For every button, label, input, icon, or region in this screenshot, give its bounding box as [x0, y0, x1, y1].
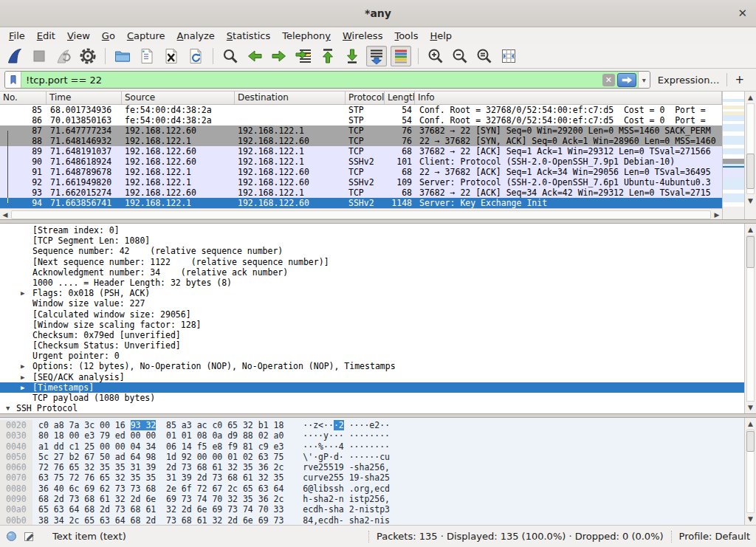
auto-scroll-button[interactable] — [366, 46, 387, 66]
find-packet-button[interactable] — [220, 46, 241, 66]
resize-columns-button[interactable] — [498, 46, 519, 66]
column-header-time[interactable]: Time — [47, 92, 122, 104]
expand-arrow-icon[interactable]: ▶ — [21, 382, 24, 393]
filter-history-caret-icon[interactable]: ▾ — [638, 72, 650, 88]
menu-item-telephony[interactable]: Telephony — [276, 29, 337, 43]
hex-row[interactable]: 00505c 27 b2 67 50 ad 64 98 1d 92 00 00 … — [0, 452, 744, 462]
detail-line[interactable]: ▶Flags: 0x018 (PSH, ACK) — [0, 288, 744, 298]
scroll-up-icon[interactable]: ▲ — [745, 92, 756, 103]
detail-line[interactable]: ▼SSH Protocol — [0, 403, 744, 413]
shark-fin-start-capture-button[interactable] — [4, 46, 25, 66]
packet-row[interactable]: 8568.001734936fe:54:00:d4:38:2aSTP54Conf… — [0, 105, 722, 115]
hex-row[interactable]: 0020c0 a8 7a 3c 00 16 93 32 85 a3 ac c0 … — [0, 420, 744, 430]
restart-capture-button[interactable] — [53, 46, 74, 66]
hex-row[interactable]: 007063 75 72 76 65 32 35 35 31 39 2d 73 … — [0, 472, 744, 483]
detail-line[interactable]: Checksum: 0x79ed [unverified] — [0, 330, 744, 340]
hex-row[interactable]: 00b038 34 2c 65 63 64 68 2d 73 68 61 32 … — [0, 515, 744, 525]
packet-row[interactable]: 9171.648789678192.168.122.1192.168.122.6… — [0, 167, 722, 177]
column-header-info[interactable]: Info — [415, 92, 722, 104]
packet-row[interactable]: 8670.013850163fe:54:00:d4:38:2aSTP54Conf… — [0, 115, 722, 125]
detail-line[interactable]: Window size value: 227 — [0, 298, 744, 309]
filter-apply-button[interactable] — [617, 73, 636, 87]
capture-comment-icon[interactable] — [24, 531, 35, 543]
menu-item-statistics[interactable]: Statistics — [221, 29, 276, 43]
detail-line[interactable]: Acknowledgment number: 34 (relative ack … — [0, 267, 744, 278]
column-header-length[interactable]: Length — [385, 92, 415, 104]
menu-item-edit[interactable]: Edit — [31, 29, 61, 43]
scroll-down-icon[interactable]: ▼ — [745, 513, 756, 525]
save-file-button[interactable] — [137, 46, 157, 66]
go-forward-button[interactable] — [269, 46, 289, 66]
scroll-down-icon[interactable]: ▼ — [745, 402, 756, 413]
packet-row[interactable]: 9371.662015274192.168.122.60192.168.122.… — [0, 188, 722, 198]
scroll-right-icon[interactable]: ▶ — [712, 210, 722, 220]
expression-button[interactable]: Expression… — [650, 75, 727, 86]
detail-line[interactable]: Urgent pointer: 0 — [0, 351, 744, 361]
detail-line[interactable]: ▶Options: (12 bytes), No-Operation (NOP)… — [0, 361, 744, 371]
hex-row[interactable]: 003080 18 00 e3 79 ed 00 00 01 01 08 0a … — [0, 430, 744, 441]
vscroll-thumb[interactable] — [746, 154, 755, 189]
hex-row[interactable]: 008036 40 6c 69 62 73 73 68 2e 6f 72 67 … — [0, 484, 744, 494]
scroll-up-icon[interactable]: ▲ — [745, 224, 756, 235]
colorize-button[interactable] — [391, 46, 411, 66]
window-close-icon[interactable]: ✕ — [738, 7, 747, 20]
packet-row[interactable]: 8971.648191037192.168.122.60192.168.122.… — [0, 146, 722, 156]
filter-bookmark-button[interactable] — [5, 72, 21, 88]
column-header-protocol[interactable]: Protocol — [346, 92, 385, 104]
bytes-vscrollbar[interactable]: ▲ ▼ — [744, 418, 756, 525]
detail-line[interactable]: [Window size scaling factor: 128] — [0, 320, 744, 330]
display-filter-input[interactable] — [21, 75, 602, 86]
expand-arrow-icon[interactable]: ▶ — [21, 288, 24, 298]
go-back-button[interactable] — [244, 46, 265, 66]
packet-row[interactable]: 9471.663856741192.168.122.1192.168.122.6… — [0, 198, 722, 208]
column-header-source[interactable]: Source — [122, 92, 235, 104]
detail-line[interactable]: 1000 .... = Header Length: 32 bytes (8) — [0, 278, 744, 288]
packet-list-vscrollbar[interactable]: ▲ ▼ — [744, 92, 756, 219]
menu-item-wireless[interactable]: Wireless — [337, 29, 388, 43]
go-first-packet-button[interactable] — [317, 46, 338, 66]
detail-line[interactable]: TCP payload (1080 bytes) — [0, 393, 744, 403]
detail-line[interactable]: [Calculated window size: 29056] — [0, 309, 744, 320]
menu-item-help[interactable]: Help — [424, 29, 458, 43]
expand-arrow-icon[interactable]: ▶ — [21, 361, 24, 371]
expand-arrow-icon[interactable]: ▶ — [21, 372, 24, 382]
hex-row[interactable]: 0040a1 dd c1 25 00 00 04 34 06 14 f5 e8 … — [0, 441, 744, 452]
scroll-down-icon[interactable]: ▼ — [745, 195, 756, 207]
scroll-up-icon[interactable]: ▲ — [745, 418, 756, 430]
intelligent-scrollbar-minimap[interactable] — [722, 92, 744, 219]
vscroll-thumb[interactable] — [746, 431, 755, 452]
go-last-packet-button[interactable] — [342, 46, 362, 66]
packet-row[interactable]: 8871.648146932192.168.122.1192.168.122.6… — [0, 136, 722, 146]
go-to-packet-button[interactable] — [293, 46, 314, 66]
details-vscrollbar[interactable]: ▲ ▼ — [744, 224, 756, 413]
capture-options-gear-button[interactable] — [78, 46, 98, 66]
stop-capture-button[interactable] — [29, 46, 49, 66]
menu-item-view[interactable]: View — [61, 29, 96, 43]
zoom-in-button[interactable] — [425, 46, 446, 66]
add-filter-button[interactable]: + — [727, 73, 752, 86]
detail-line[interactable]: ▶[Timestamps] — [0, 382, 744, 393]
menu-item-go[interactable]: Go — [96, 29, 121, 43]
hex-row[interactable]: 00a065 63 64 68 2d 73 68 61 32 2d 6e 69 … — [0, 504, 744, 515]
packet-row[interactable]: 9271.661949820192.168.122.1192.168.122.6… — [0, 177, 722, 188]
expert-info-icon[interactable] — [6, 531, 17, 542]
vscroll-thumb[interactable] — [746, 236, 755, 268]
packet-row[interactable]: 8771.647777234192.168.122.60192.168.122.… — [0, 125, 722, 136]
display-filter-field[interactable]: ✕ ▾ — [4, 71, 650, 89]
menu-item-file[interactable]: File — [3, 29, 31, 43]
detail-line[interactable]: [TCP Segment Len: 1080] — [0, 235, 744, 246]
hscroll-track[interactable] — [11, 210, 711, 219]
detail-line[interactable]: [Next sequence number: 1122 (relative se… — [0, 257, 744, 267]
column-header-destination[interactable]: Destination — [235, 92, 346, 104]
open-file-folder-button[interactable] — [112, 46, 133, 66]
scroll-left-icon[interactable]: ◀ — [0, 210, 10, 220]
reload-file-button[interactable] — [185, 46, 206, 66]
column-header-no[interactable]: No. — [0, 92, 47, 104]
status-profile[interactable]: Profile: Default — [679, 531, 750, 542]
close-file-button[interactable] — [161, 46, 182, 66]
packet-row[interactable]: 9071.648618924192.168.122.60192.168.122.… — [0, 156, 722, 167]
zoom-out-button[interactable] — [450, 46, 470, 66]
menu-item-capture[interactable]: Capture — [121, 29, 171, 43]
collapse-arrow-icon[interactable]: ▼ — [6, 403, 10, 413]
detail-line[interactable]: [Stream index: 0] — [0, 225, 744, 235]
